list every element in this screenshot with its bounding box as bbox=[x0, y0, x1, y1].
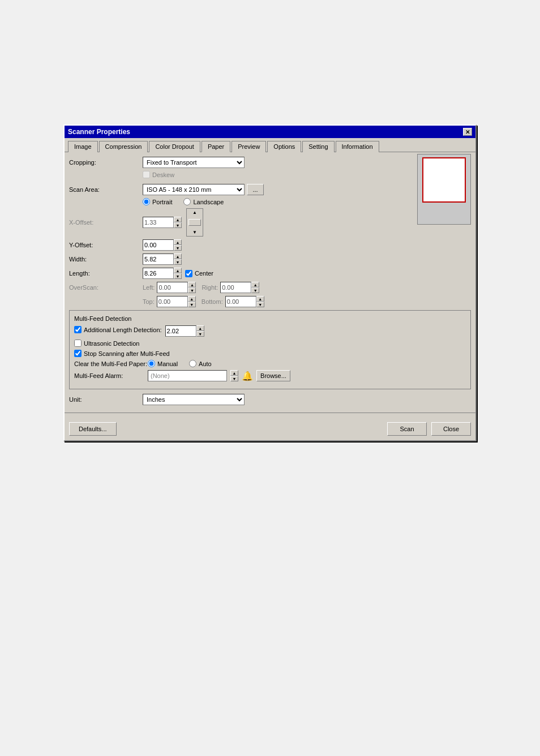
preview-paper bbox=[422, 157, 466, 203]
scan-btn[interactable]: Scan bbox=[387, 422, 427, 436]
multifeed-section: Multi-Feed Detection Additional Length D… bbox=[69, 310, 471, 389]
additional-length-input[interactable] bbox=[165, 325, 196, 337]
dialog-title: Scanner Properties bbox=[68, 128, 130, 136]
top-spinners: ▲ ▼ bbox=[188, 296, 196, 307]
center-option: Center bbox=[185, 270, 213, 277]
cropping-select[interactable]: Fixed to Transport bbox=[143, 157, 245, 168]
y-offset-input[interactable] bbox=[143, 239, 174, 251]
left-spin: ▲ ▼ bbox=[157, 282, 196, 293]
scroll-control[interactable]: ▲ ▼ bbox=[186, 208, 203, 237]
y-offset-down[interactable]: ▼ bbox=[174, 245, 182, 251]
bottom-input bbox=[225, 296, 256, 307]
cropping-label: Cropping: bbox=[69, 159, 143, 166]
scanner-properties-dialog: Scanner Properties ✕ Image Compression C… bbox=[63, 124, 477, 441]
additional-length-checkbox[interactable] bbox=[74, 326, 82, 333]
tab-compression[interactable]: Compression bbox=[99, 141, 148, 152]
additional-length-row: Additional Length Detection: ▲ ▼ bbox=[74, 325, 466, 337]
portrait-radio[interactable] bbox=[143, 198, 150, 205]
dialog-content: Cropping: Fixed to Transport Deskew bbox=[65, 152, 475, 413]
scan-area-label: Scan Area: bbox=[69, 186, 143, 193]
bottom-down: ▼ bbox=[256, 302, 264, 307]
browse-btn[interactable]: Browse... bbox=[256, 370, 290, 381]
center-label: Center bbox=[195, 270, 213, 277]
alarm-label: Multi-Feed Alarm: bbox=[74, 372, 148, 379]
auto-radio[interactable] bbox=[189, 360, 196, 367]
additional-length-spinners: ▲ ▼ bbox=[196, 325, 204, 337]
stop-scanning-row: Stop Scanning after Multi-Feed bbox=[74, 350, 466, 357]
y-offset-label: Y-Offset: bbox=[69, 242, 143, 248]
footer: Defaults... Scan Close bbox=[65, 418, 475, 440]
cropping-select-wrapper: Fixed to Transport bbox=[143, 157, 245, 168]
additional-length-down[interactable]: ▼ bbox=[196, 331, 204, 337]
close-btn[interactable]: Close bbox=[431, 422, 471, 436]
alarm-up[interactable]: ▲ bbox=[230, 370, 238, 376]
tab-setting[interactable]: Setting bbox=[302, 141, 334, 152]
alarm-spinners: ▲ ▼ bbox=[230, 370, 238, 381]
x-offset-down[interactable]: ▼ bbox=[174, 222, 182, 228]
additional-length-checkbox-row: Additional Length Detection: bbox=[74, 326, 162, 333]
landscape-radio[interactable] bbox=[183, 198, 191, 205]
speaker-icon: 🔔 bbox=[242, 371, 253, 381]
center-checkbox[interactable] bbox=[185, 270, 192, 277]
scan-area-select-wrapper: ISO A5 - 148 x 210 mm ... bbox=[143, 184, 264, 195]
top-spin: ▲ ▼ bbox=[157, 296, 196, 307]
deskew-checkbox-row: Deskew bbox=[143, 171, 174, 178]
x-offset-row: X-Offset: ▲ ▼ ▲ ▼ bbox=[69, 208, 471, 237]
length-down[interactable]: ▼ bbox=[174, 273, 182, 279]
title-bar: Scanner Properties ✕ bbox=[65, 126, 475, 138]
deskew-checkbox[interactable] bbox=[143, 171, 150, 178]
alarm-value-input[interactable] bbox=[148, 370, 227, 381]
top-input bbox=[157, 296, 188, 307]
portrait-option: Portrait bbox=[143, 198, 172, 205]
additional-length-label: Additional Length Detection: bbox=[84, 327, 162, 333]
close-button-titlebar[interactable]: ✕ bbox=[463, 128, 472, 136]
alarm-controls: ▲ ▼ 🔔 Browse... bbox=[148, 370, 290, 381]
defaults-btn[interactable]: Defaults... bbox=[69, 422, 117, 436]
preview-area bbox=[417, 154, 471, 225]
deskew-label: Deskew bbox=[152, 171, 174, 178]
tab-color-dropout[interactable]: Color Dropout bbox=[149, 141, 200, 152]
scan-area-row: Scan Area: ISO A5 - 148 x 210 mm ... bbox=[69, 184, 471, 195]
y-offset-up[interactable]: ▲ bbox=[174, 239, 182, 245]
tab-information[interactable]: Information bbox=[336, 141, 379, 152]
right-input bbox=[220, 282, 251, 293]
x-offset-input bbox=[143, 217, 174, 228]
ultrasonic-checkbox[interactable] bbox=[74, 340, 82, 347]
bottom-label: Bottom: bbox=[202, 298, 223, 305]
length-up[interactable]: ▲ bbox=[174, 268, 182, 273]
right-label: Right: bbox=[202, 284, 218, 291]
width-down[interactable]: ▼ bbox=[174, 259, 182, 265]
bottom-spin: ▲ ▼ bbox=[225, 296, 264, 307]
footer-right-buttons: Scan Close bbox=[387, 422, 471, 436]
tab-preview[interactable]: Preview bbox=[232, 141, 266, 152]
length-label: Length: bbox=[69, 270, 143, 277]
left-label: Left: bbox=[143, 284, 155, 291]
width-up[interactable]: ▲ bbox=[174, 254, 182, 259]
scan-area-select[interactable]: ISO A5 - 148 x 210 mm bbox=[143, 184, 245, 195]
width-input[interactable] bbox=[143, 254, 174, 265]
left-spinners: ▲ ▼ bbox=[188, 282, 196, 293]
additional-length-up[interactable]: ▲ bbox=[196, 325, 204, 331]
scan-area-extra-btn[interactable]: ... bbox=[247, 184, 264, 195]
footer-divider bbox=[65, 413, 475, 413]
y-offset-row: Y-Offset: ▲ ▼ bbox=[69, 239, 471, 251]
manual-radio[interactable] bbox=[148, 360, 155, 367]
length-input[interactable] bbox=[143, 268, 174, 279]
overscan-label: OverScan: bbox=[69, 284, 143, 291]
width-row: Width: ▲ ▼ bbox=[69, 254, 471, 265]
tab-bar: Image Compression Color Dropout Paper Pr… bbox=[65, 138, 475, 152]
deskew-row: Deskew bbox=[69, 171, 471, 181]
width-label: Width: bbox=[69, 256, 143, 263]
tab-image[interactable]: Image bbox=[68, 141, 98, 152]
top-up: ▲ bbox=[188, 296, 196, 302]
alarm-down[interactable]: ▼ bbox=[230, 376, 238, 381]
length-spin: ▲ ▼ bbox=[143, 268, 182, 279]
right-down: ▼ bbox=[251, 287, 259, 293]
tab-paper[interactable]: Paper bbox=[202, 141, 230, 152]
unit-label: Unit: bbox=[69, 396, 143, 403]
stop-scanning-checkbox[interactable] bbox=[74, 350, 82, 357]
y-offset-spinners: ▲ ▼ bbox=[174, 239, 182, 251]
tab-options[interactable]: Options bbox=[267, 141, 301, 152]
x-offset-up[interactable]: ▲ bbox=[174, 217, 182, 222]
unit-select[interactable]: Inches bbox=[143, 394, 245, 405]
